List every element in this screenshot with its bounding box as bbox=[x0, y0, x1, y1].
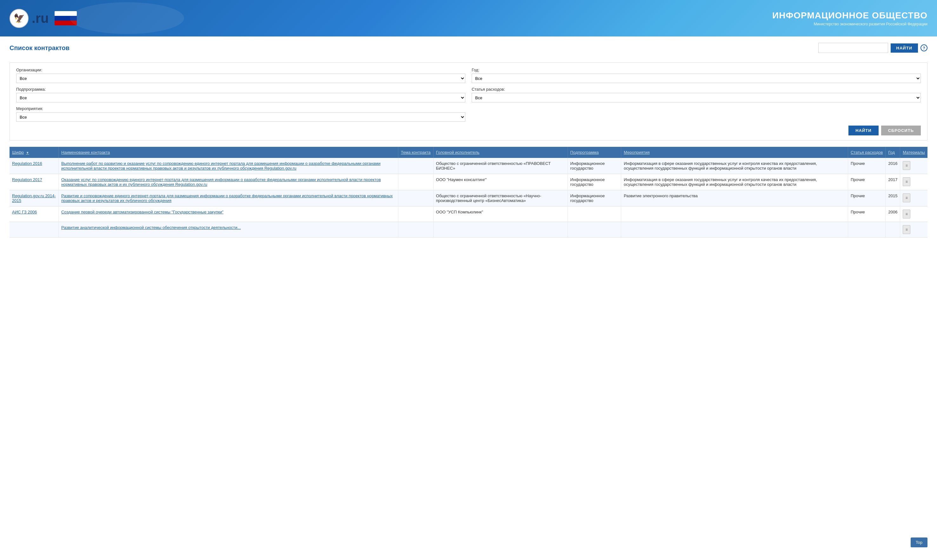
col-contractor[interactable]: Головной исполнитель bbox=[433, 147, 568, 158]
cell-materials[interactable]: ≡ bbox=[900, 174, 928, 190]
cell-activity bbox=[621, 222, 848, 237]
cell-year: 2016 bbox=[886, 158, 900, 174]
cell-expense: Прочие bbox=[848, 190, 886, 206]
document-icon[interactable]: ≡ bbox=[903, 194, 910, 202]
cell-contract-name-link[interactable]: Развитие аналитической информационной си… bbox=[61, 225, 241, 230]
org-select[interactable]: Все bbox=[16, 74, 465, 83]
find-button[interactable]: НАЙТИ bbox=[849, 126, 878, 135]
cell-subprogram: Информационное государство bbox=[568, 158, 621, 174]
cell-contract-name-link[interactable]: Создание первой очереди автоматизированн… bbox=[61, 209, 224, 214]
col-cipher[interactable]: Шифр ▼ bbox=[9, 147, 59, 158]
col-activity-label: Мероприятия bbox=[624, 150, 650, 155]
cell-expense bbox=[848, 222, 886, 237]
cell-expense: Прочие bbox=[848, 158, 886, 174]
col-materials-label: Материалы bbox=[903, 150, 925, 155]
col-activity[interactable]: Мероприятия bbox=[621, 147, 848, 158]
col-contract-name[interactable]: Наименование контракта bbox=[59, 147, 398, 158]
cell-activity bbox=[621, 206, 848, 222]
reset-button[interactable]: СБРОСИТЬ bbox=[881, 126, 921, 135]
search-button[interactable]: НАЙТИ bbox=[891, 43, 918, 52]
filter-actions: НАЙТИ СБРОСИТЬ bbox=[16, 126, 921, 135]
emblem-icon: 🦅 bbox=[9, 9, 29, 28]
cell-contract-name[interactable]: Выполнение работ по развитию и оказание … bbox=[59, 158, 398, 174]
cell-cipher[interactable]: Regulation.gov.ru 2014-2015 bbox=[9, 190, 59, 206]
cell-subprogram: Информационное государство bbox=[568, 190, 621, 206]
contracts-table: Шифр ▼ Наименование контракта Тема контр… bbox=[9, 147, 928, 237]
col-theme[interactable]: Тема контракта bbox=[398, 147, 433, 158]
filter-row-3: Мероприятия: Все bbox=[16, 106, 921, 122]
header-title-main: ИНФОРМАЦИОННОЕ ОБЩЕСТВО bbox=[772, 11, 928, 21]
cell-cipher-link[interactable]: Regulation 2016 bbox=[12, 161, 42, 166]
cell-contractor: ООО "Наумен консалтинг" bbox=[433, 174, 568, 190]
col-year[interactable]: Год bbox=[886, 147, 900, 158]
cell-materials[interactable]: ≡ bbox=[900, 190, 928, 206]
expense-filter-group: Статья расходов: Все bbox=[472, 87, 921, 102]
filter-row-1: Организации: Все Год: Все bbox=[16, 68, 921, 83]
cell-contract-name[interactable]: Оказание услуг по сопровождению единого … bbox=[59, 174, 398, 190]
table-row: Развитие аналитической информационной си… bbox=[9, 222, 928, 237]
filter-section: Организации: Все Год: Все Подпрограмма: … bbox=[9, 63, 928, 140]
logo-area: 🦅 . ru bbox=[9, 9, 77, 28]
cell-cipher bbox=[9, 222, 59, 237]
cell-contract-name-link[interactable]: Оказание услуг по сопровождению единого … bbox=[61, 177, 381, 187]
cell-subprogram bbox=[568, 206, 621, 222]
col-expense[interactable]: Статья расходов bbox=[848, 147, 886, 158]
search-input[interactable] bbox=[818, 43, 888, 53]
document-icon[interactable]: ≡ bbox=[903, 209, 910, 218]
col-year-label: Год bbox=[888, 150, 895, 155]
table-row: Regulation 2017Оказание услуг по сопрово… bbox=[9, 174, 928, 190]
cell-materials[interactable]: ≡ bbox=[900, 222, 928, 237]
cell-materials[interactable]: ≡ bbox=[900, 158, 928, 174]
cell-subprogram bbox=[568, 222, 621, 237]
cell-contract-name[interactable]: Развитие и сопровождение единого интерне… bbox=[59, 190, 398, 206]
document-icon[interactable]: ≡ bbox=[903, 177, 910, 186]
cell-theme bbox=[398, 222, 433, 237]
document-icon[interactable]: ≡ bbox=[903, 161, 910, 170]
cell-cipher[interactable]: Regulation 2016 bbox=[9, 158, 59, 174]
event-select[interactable]: Все bbox=[16, 112, 465, 122]
ru-logo: . ru bbox=[32, 11, 49, 26]
cell-theme bbox=[398, 206, 433, 222]
subprogram-label: Подпрограмма: bbox=[16, 87, 465, 92]
cell-cipher[interactable]: Regulation 2017 bbox=[9, 174, 59, 190]
cell-cipher[interactable]: АИС ГЗ 2006 bbox=[9, 206, 59, 222]
filter-row-2: Подпрограмма: Все Статья расходов: Все bbox=[16, 87, 921, 102]
cell-contract-name[interactable]: Создание первой очереди автоматизированн… bbox=[59, 206, 398, 222]
year-label: Год: bbox=[472, 68, 921, 72]
col-subprogram-label: Подпрограмма bbox=[570, 150, 599, 155]
cell-activity: Информатизация в сфере оказания государс… bbox=[621, 158, 848, 174]
header-title-sub: Министерство экономического развития Рос… bbox=[772, 22, 928, 26]
cell-theme bbox=[398, 158, 433, 174]
cell-cipher-link[interactable]: Regulation 2017 bbox=[12, 177, 42, 182]
cell-contract-name-link[interactable]: Развитие и сопровождение единого интерне… bbox=[61, 194, 393, 203]
subprogram-select[interactable]: Все bbox=[16, 93, 465, 102]
main-content: Список контрактов НАЙТИ ? Организации: В… bbox=[0, 37, 937, 244]
cell-contractor bbox=[433, 222, 568, 237]
cell-activity: Информатизация в сфере оказания государс… bbox=[621, 174, 848, 190]
cell-cipher-link[interactable]: Regulation.gov.ru 2014-2015 bbox=[12, 194, 56, 203]
cell-contractor: ООО "УСП Компьюлинк" bbox=[433, 206, 568, 222]
col-contractor-label: Головной исполнитель bbox=[436, 150, 480, 155]
expense-select[interactable]: Все bbox=[472, 93, 921, 102]
flag-red-stripe bbox=[55, 21, 77, 25]
cell-expense: Прочие bbox=[848, 174, 886, 190]
year-select[interactable]: Все bbox=[472, 74, 921, 83]
cell-cipher-link[interactable]: АИС ГЗ 2006 bbox=[12, 209, 37, 214]
subprogram-filter-group: Подпрограмма: Все bbox=[16, 87, 465, 102]
table-container: Шифр ▼ Наименование контракта Тема контр… bbox=[9, 147, 928, 237]
cell-activity: Развитие электронного правительства bbox=[621, 190, 848, 206]
org-filter-group: Организации: Все bbox=[16, 68, 465, 83]
russian-flag bbox=[55, 11, 77, 25]
event-filter-group: Мероприятия: Все bbox=[16, 106, 465, 122]
cell-contract-name[interactable]: Развитие аналитической информационной си… bbox=[59, 222, 398, 237]
cell-materials[interactable]: ≡ bbox=[900, 206, 928, 222]
col-contract-name-label: Наименование контракта bbox=[61, 150, 110, 155]
col-materials: Материалы bbox=[900, 147, 928, 158]
cell-theme bbox=[398, 190, 433, 206]
help-icon[interactable]: ? bbox=[920, 45, 928, 51]
col-subprogram[interactable]: Подпрограмма bbox=[568, 147, 621, 158]
site-header: 🦅 . ru ИНФОРМАЦИОННОЕ ОБЩЕСТВО Министерс… bbox=[0, 0, 937, 37]
year-filter-group: Год: Все bbox=[472, 68, 921, 83]
document-icon[interactable]: ≡ bbox=[903, 225, 910, 234]
cell-contract-name-link[interactable]: Выполнение работ по развитию и оказание … bbox=[61, 161, 381, 171]
